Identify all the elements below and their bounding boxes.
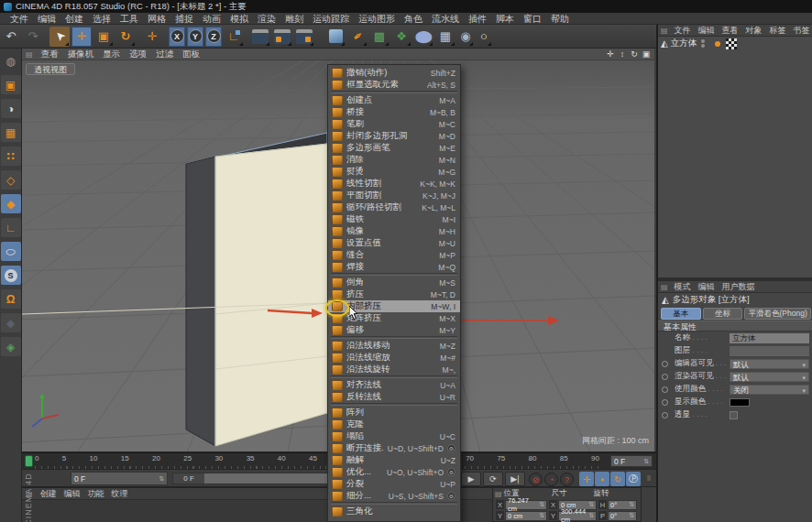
axis-lock-button[interactable]: X bbox=[169, 27, 185, 47]
context-menu-item[interactable]: 克隆 ⚙ bbox=[328, 419, 460, 430]
menu-item[interactable]: 运动图形 bbox=[354, 13, 400, 25]
context-menu-item[interactable]: 塌陷 U~C ⚙ bbox=[328, 430, 460, 442]
object-manager-menu-item[interactable]: 书签 bbox=[790, 25, 812, 37]
context-menu-item[interactable]: 消除 M~N ⚙ bbox=[328, 154, 460, 166]
autokey-button[interactable]: ◔ bbox=[544, 473, 558, 486]
object-manager-menu-item[interactable]: 对象 bbox=[742, 25, 766, 37]
scale-button[interactable]: ▣ bbox=[93, 27, 114, 47]
context-menu-item[interactable]: 断开连接... U~D, U~Shift+D ⚙ bbox=[328, 442, 460, 454]
object-manager-menu-item[interactable]: 编辑 bbox=[695, 25, 719, 37]
workplane-mode-button[interactable]: ▦ bbox=[1, 123, 21, 142]
axis-lock-button[interactable]: Z bbox=[205, 27, 222, 47]
move-button[interactable]: ✛ bbox=[71, 27, 92, 47]
context-menu-item[interactable]: 沿法线旋转 M~, ⚙ bbox=[328, 364, 460, 375]
context-menu-item[interactable]: 平面切割 K~J, M~J ⚙ bbox=[328, 190, 460, 201]
last-tool-button[interactable]: ✛ bbox=[142, 27, 162, 47]
current-frame-field[interactable]: 0 F⇅ bbox=[71, 472, 168, 485]
context-menu-item[interactable]: 融解 U~Z ⚙ bbox=[328, 454, 460, 466]
viewport-menu-item[interactable]: 显示 bbox=[98, 49, 125, 60]
context-menu-item[interactable]: 矩阵挤压 M~X ⚙ bbox=[328, 312, 460, 324]
menu-item[interactable]: 网格 bbox=[143, 13, 170, 25]
render-view-button[interactable] bbox=[250, 27, 270, 47]
record-keyframe-button[interactable]: ⊘ bbox=[529, 473, 543, 486]
soft-selection-button[interactable]: S bbox=[1, 266, 21, 285]
keyframe-circle-icon[interactable] bbox=[662, 374, 668, 380]
timeline-end-field[interactable]: 0 F⇅ bbox=[610, 455, 653, 467]
tag-icon[interactable] bbox=[715, 41, 720, 47]
context-menu-item[interactable]: 阵列 ⚙ bbox=[328, 407, 460, 419]
context-menu-item[interactable]: 偏移 M~Y ⚙ bbox=[328, 324, 460, 336]
context-menu-item[interactable]: 封闭多边形孔洞 M~D ⚙ bbox=[328, 130, 460, 142]
material-menu-item[interactable]: 编辑 bbox=[60, 488, 84, 500]
edges-mode-button[interactable]: ◇ bbox=[1, 170, 21, 190]
panel-menu-icon[interactable]: ▤ bbox=[661, 283, 668, 291]
context-menu-item[interactable]: 沿法线缩放 M~# ⚙ bbox=[328, 352, 460, 364]
keyframe-selection-button[interactable]: ? bbox=[560, 473, 574, 486]
basic-properties-section[interactable]: 基本属性 bbox=[658, 321, 812, 332]
context-menu-item[interactable]: 撤销(动作) Shift+Z ⚙ bbox=[328, 67, 460, 79]
view-tab[interactable]: 透视视图 bbox=[26, 63, 75, 75]
context-menu-item[interactable]: 反转法线 U~R ⚙ bbox=[328, 391, 460, 403]
menu-item[interactable]: 动画 bbox=[198, 13, 225, 25]
context-menu-item[interactable]: 循环/路径切割 K~L, M~L ⚙ bbox=[328, 201, 460, 213]
options-gear-icon[interactable]: ⚙ bbox=[447, 468, 455, 476]
record-position-button[interactable]: ✛ bbox=[579, 472, 594, 486]
keyframe-circle-icon[interactable] bbox=[662, 412, 668, 419]
render-queue-button[interactable] bbox=[294, 27, 314, 47]
attribute-menu-item[interactable]: 模式 bbox=[671, 281, 695, 293]
visibility-toggle[interactable] bbox=[701, 39, 705, 48]
keyframe-circle-icon[interactable] bbox=[662, 361, 668, 367]
polygons-mode-button[interactable]: ◆ bbox=[1, 194, 21, 213]
context-menu-item[interactable]: 焊接 M~Q ⚙ bbox=[328, 261, 460, 273]
toggle-view-icon[interactable]: ▣ bbox=[642, 49, 651, 59]
context-menu-item[interactable]: 线性切割 K~K, M~K ⚙ bbox=[328, 178, 460, 190]
tab-basic[interactable]: 基本 bbox=[661, 308, 701, 320]
context-menu-item[interactable]: 镜像 M~H ⚙ bbox=[328, 225, 460, 237]
spinner-icon[interactable]: ⇅ bbox=[159, 475, 164, 483]
context-menu-item[interactable]: 缝合 M~P ⚙ bbox=[328, 249, 460, 261]
keyframe-circle-icon[interactable] bbox=[662, 399, 668, 406]
selection-tag-icon[interactable] bbox=[726, 38, 737, 49]
rotate-view-icon[interactable]: ↻ bbox=[630, 49, 639, 59]
options-gear-icon[interactable]: ⚙ bbox=[447, 444, 455, 452]
spline-pen-button[interactable]: ✒ bbox=[347, 27, 368, 47]
subdivision-surface-button[interactable]: ▩ bbox=[369, 27, 390, 47]
live-selection-button[interactable]: ➤ bbox=[49, 27, 70, 47]
keyframe-circle-icon[interactable] bbox=[662, 386, 668, 393]
spinner-icon[interactable]: ⇅ bbox=[643, 458, 649, 465]
menu-item[interactable]: 工具 bbox=[115, 13, 143, 25]
context-menu-item[interactable]: 沿法线移动 M~Z ⚙ bbox=[328, 340, 460, 352]
rotation-h-field[interactable]: 0°⇅ bbox=[608, 500, 637, 510]
menu-item[interactable]: 窗口 bbox=[519, 13, 546, 25]
menu-item[interactable]: 流水线 bbox=[427, 13, 464, 25]
menu-item[interactable]: 雕刻 bbox=[280, 13, 308, 25]
size-y-field[interactable]: 300.444 cm⇅ bbox=[558, 511, 597, 521]
context-menu-item[interactable]: 细分... U~S, U~Shift+S ⚙ bbox=[328, 490, 460, 502]
record-scale-button[interactable]: ▪ bbox=[595, 472, 609, 486]
tab-phong[interactable]: 平滑着色(Phong) bbox=[744, 308, 811, 320]
texture-mode-button[interactable]: ◑ bbox=[1, 99, 21, 118]
coordinate-system-button[interactable]: ∟ bbox=[224, 27, 244, 47]
model-mode-button[interactable]: ▣ bbox=[1, 75, 21, 94]
viewport-menu-item[interactable]: 过滤 bbox=[151, 49, 178, 60]
workplane-lock-button[interactable]: ◆ bbox=[1, 313, 21, 332]
options-gear-icon[interactable]: ⚙ bbox=[447, 492, 455, 500]
context-menu-item[interactable]: 倒角 M~S ⚙ bbox=[328, 277, 460, 288]
menu-item[interactable]: 渲染 bbox=[253, 13, 280, 25]
menu-item[interactable]: 运动跟踪 bbox=[308, 13, 354, 25]
context-menu-item[interactable]: 磁铁 M~I ⚙ bbox=[328, 213, 460, 225]
menu-item[interactable]: 文件 bbox=[5, 13, 33, 25]
context-menu-item[interactable]: 分裂 U~P ⚙ bbox=[328, 478, 460, 490]
viewport-menu-item[interactable]: 选项 bbox=[125, 49, 151, 60]
mograph-button[interactable]: ❖ bbox=[391, 27, 411, 47]
menu-item[interactable]: 帮助 bbox=[546, 13, 574, 25]
object-row[interactable]: ◭ 立方体 bbox=[658, 37, 812, 50]
context-menu-item[interactable]: 设置点值 M~U ⚙ bbox=[328, 237, 460, 249]
floor-environment-button[interactable]: ▦ bbox=[435, 27, 455, 47]
simulation-button[interactable]: ⬤ bbox=[413, 27, 433, 47]
context-menu-item[interactable]: 优化... U~O, U~Shift+O ⚙ bbox=[328, 466, 460, 478]
record-pla-button[interactable]: ⠿ bbox=[642, 472, 656, 486]
material-menu-item[interactable]: 纹理 bbox=[108, 488, 132, 500]
context-menu-item[interactable]: 挤压 M~T, D ⚙ bbox=[328, 288, 460, 300]
record-rotation-button[interactable]: ↻ bbox=[610, 472, 625, 486]
